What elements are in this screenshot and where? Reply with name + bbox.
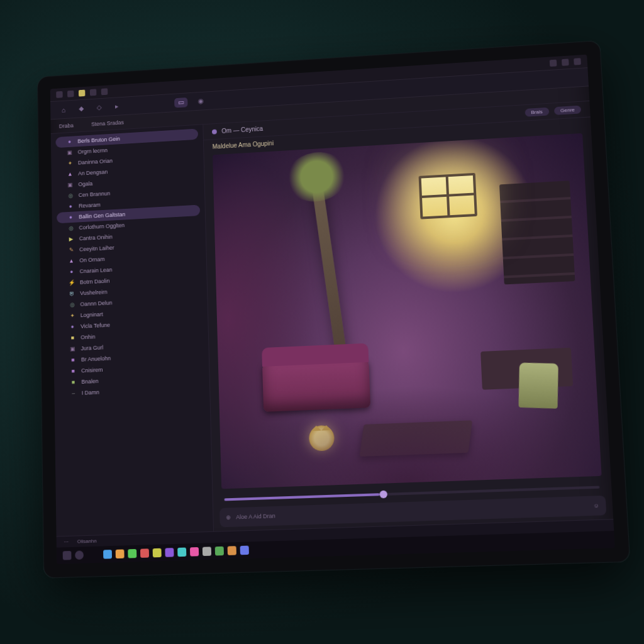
taskbar-app-icon[interactable]	[203, 547, 211, 556]
view-tab-active[interactable]: ▭	[174, 97, 187, 108]
sidebar-item-label: Onhin	[80, 334, 95, 341]
sidebar-item-label: On Ornam	[79, 256, 104, 264]
sidebar-item-label: Ogala	[78, 180, 92, 187]
start-icon[interactable]	[63, 551, 72, 560]
taskbar-app-icon[interactable]	[116, 549, 125, 558]
sidebar-item-label: Ballin Gen Galtstan	[79, 211, 125, 220]
taskbar-app-icon[interactable]	[240, 546, 249, 555]
tri-icon: ▲	[67, 170, 74, 177]
ring-icon: ◎	[67, 192, 74, 199]
sidebar-item-label: Ceeyitn Laiher	[79, 245, 114, 253]
sidebar-item-label: Vushelreirn	[80, 289, 107, 296]
sq-g-icon: ■	[70, 379, 77, 386]
status-dot-icon	[212, 129, 217, 134]
dot-icon: ●	[67, 214, 74, 221]
emoji-icon[interactable]: ☺	[593, 502, 599, 509]
taskbar-app-icon[interactable]	[103, 550, 112, 559]
sidebar-item-label: An Dengsan	[78, 169, 108, 176]
sidebar-item-label: Br Anuelohn	[81, 355, 111, 363]
ring-icon: ◎	[67, 225, 74, 231]
sidebar: ●Berls Bruton Gein▣Orgrn lecrnn✦Daninna …	[51, 125, 214, 536]
spark-icon: ✦	[67, 160, 74, 167]
taskbar-app-icon[interactable]	[190, 547, 199, 557]
sidebar-item-label: Berls Bruton Gein	[77, 136, 119, 145]
search-icon[interactable]	[75, 550, 84, 560]
sidebar-item-label: Oannn Delun	[80, 299, 112, 307]
nav-icon[interactable]: ▸	[112, 101, 121, 111]
titlebar-icon	[67, 91, 74, 97]
header-action[interactable]: Genre	[554, 106, 582, 115]
dot-icon: ●	[68, 268, 75, 275]
sidebar-item-label: Cantra Onihin	[79, 234, 113, 242]
taskbar-app-icon[interactable]	[177, 548, 186, 557]
taskbar-app-icon[interactable]	[228, 546, 236, 555]
sidebar-item-label: Cen Brannun	[79, 191, 111, 198]
sq-y-icon: ■	[69, 334, 76, 341]
sidebar-item-label: Botrn Daolin	[80, 278, 110, 286]
app-window: ⌂ ◆ ◇ ▸ ▭ ◉ Draba Stena Sradas ●Berls Br…	[50, 55, 615, 564]
sidebar-item-label: I Damn	[82, 389, 99, 396]
sidebar-item-label: Cnarain Lean	[80, 267, 113, 274]
dot-icon: ●	[69, 323, 76, 330]
pen-icon: ✎	[68, 247, 75, 253]
viewer-panel: Om — Ceynica Brals Genre Maldelue Ama Og…	[203, 101, 613, 531]
view-tab-icon[interactable]: ◉	[196, 96, 206, 106]
box-icon: ▣	[67, 149, 74, 156]
sq-p-icon: ■	[70, 367, 77, 374]
dash-icon: –	[70, 390, 77, 397]
maximize-icon[interactable]	[562, 58, 569, 65]
sidebar-item-label: Orgrn lecrnn	[78, 147, 108, 155]
home-icon[interactable]: ⌂	[58, 104, 68, 114]
dot-icon: ●	[67, 203, 74, 210]
box-icon: ▣	[67, 181, 74, 188]
minimize-icon[interactable]	[550, 60, 557, 67]
nav-icon[interactable]: ◇	[94, 103, 104, 113]
close-icon[interactable]	[574, 58, 581, 65]
sq-p-icon: ■	[70, 357, 77, 364]
tri-icon: ▲	[68, 257, 75, 264]
taskbar-app-icon[interactable]	[165, 548, 174, 557]
breadcrumb: Om — Ceynica	[221, 125, 263, 134]
sidebar-item-label: Revaram	[79, 202, 101, 209]
taskbar-app-icon[interactable]	[140, 548, 149, 558]
header-tab[interactable]: Stena Sradas	[91, 119, 124, 127]
sidebar-item-label: Corlothurn Ogglten	[79, 222, 125, 231]
input-placeholder: Aloe A Aid Dran	[236, 502, 588, 520]
titlebar-icon	[79, 90, 86, 97]
sidebar-item-label: Vicla Tefune	[80, 322, 110, 330]
sidebar-item-label: Bnalen	[81, 378, 98, 385]
sidebar-item-label: Logninart	[80, 311, 103, 318]
spark-icon: ✦	[69, 312, 76, 319]
shield-icon: ⛨	[69, 290, 75, 297]
titlebar-icon	[101, 88, 108, 95]
status-text: Olisanhn	[77, 538, 97, 545]
box-icon: ▣	[69, 345, 76, 352]
dot-icon: ●	[66, 138, 73, 145]
titlebar-icon	[56, 91, 62, 98]
header-action[interactable]: Brals	[525, 108, 549, 117]
attach-icon[interactable]: ⊕	[226, 514, 231, 520]
nav-icon[interactable]: ◆	[77, 104, 86, 114]
taskbar-app-icon[interactable]	[128, 549, 136, 558]
titlebar-icon	[90, 89, 97, 96]
sidebar-item-label: Cnisirem	[81, 367, 103, 374]
header-tab[interactable]: Draba	[59, 122, 74, 129]
ring-icon: ◎	[69, 301, 75, 308]
image-canvas[interactable]	[213, 133, 602, 489]
sidebar-item-label: Daninna Orian	[78, 158, 113, 166]
bolt-icon: ⚡	[69, 279, 75, 286]
sidebar-item-label: Jura Gurl	[81, 345, 104, 352]
taskbar-app-icon[interactable]	[215, 547, 224, 556]
play-icon: ▶	[68, 235, 75, 242]
taskbar-app-icon[interactable]	[153, 548, 162, 558]
